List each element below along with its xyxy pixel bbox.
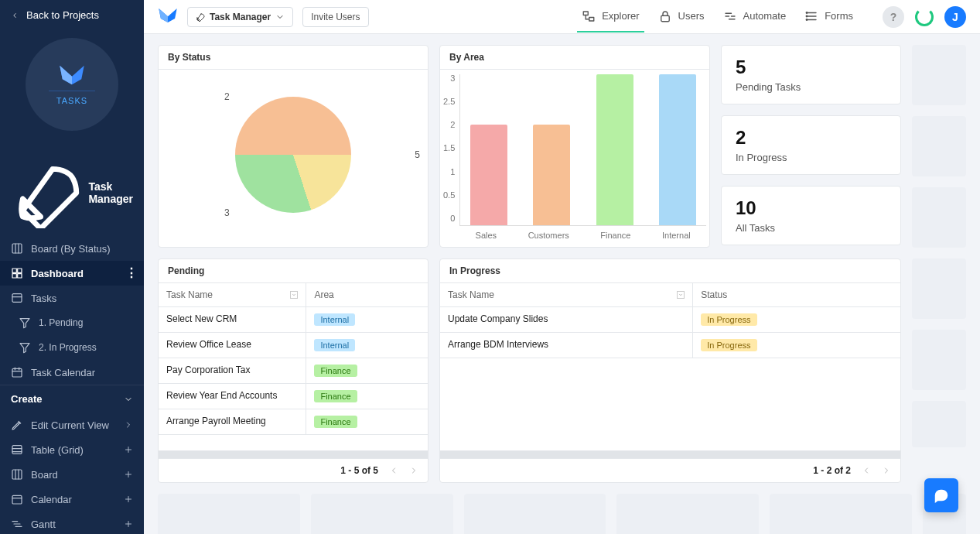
col-header[interactable]: Status xyxy=(693,283,900,306)
svg-rect-41 xyxy=(589,17,594,21)
sidebar-item-label: Task Calendar xyxy=(31,367,95,378)
table-row[interactable]: Pay Corporation TaxFinance xyxy=(159,358,428,384)
nav-users[interactable]: Users xyxy=(654,2,709,33)
horizontal-scrollbar[interactable] xyxy=(159,450,428,458)
area-tag: Internal xyxy=(314,313,355,326)
card-by-status: By Status 5 2 3 xyxy=(158,45,429,248)
fox-logo-icon xyxy=(158,7,178,24)
svg-rect-7 xyxy=(12,294,22,303)
bar-internal[interactable] xyxy=(659,74,696,225)
table-row[interactable]: Review Year End AccountsFinance xyxy=(159,384,428,409)
dashboard-icon xyxy=(11,267,23,279)
workspace-selector[interactable]: Task Manager xyxy=(187,7,293,27)
help-button[interactable]: ? xyxy=(883,6,904,28)
table-head: Task Name Status xyxy=(440,283,900,307)
cell-name: Review Office Lease xyxy=(159,333,306,358)
table-row[interactable]: Review Office LeaseInternal xyxy=(159,333,428,358)
sidebar-item-board[interactable]: Board (By Status) xyxy=(0,236,144,261)
chevron-right-icon[interactable] xyxy=(409,466,418,475)
col-header[interactable]: Task Name xyxy=(440,283,693,306)
svg-rect-25 xyxy=(12,496,22,505)
side-placeholders xyxy=(912,45,966,248)
chevron-down-icon[interactable] xyxy=(677,291,685,299)
create-table[interactable]: Table (Grid) xyxy=(0,437,144,462)
placeholder xyxy=(912,258,966,319)
chevron-left-icon[interactable] xyxy=(862,466,871,475)
placeholder xyxy=(311,494,453,534)
cell-status: In Progress xyxy=(693,333,900,358)
cell-name: Select New CRM xyxy=(159,307,306,332)
create-gantt[interactable]: Gantt xyxy=(0,512,144,534)
chat-fab[interactable] xyxy=(924,478,958,512)
chevron-right-icon xyxy=(124,420,133,430)
sidebar-create-header[interactable]: Create xyxy=(0,385,144,412)
svg-rect-4 xyxy=(18,269,22,272)
nav-forms[interactable]: Forms xyxy=(800,2,858,33)
stat-pending[interactable]: 5 Pending Tasks xyxy=(721,45,901,104)
stats-column: 5 Pending Tasks 2 In Progress 10 All Tas… xyxy=(721,45,901,248)
pie-label-b: 2 xyxy=(224,91,230,102)
nav-label: Users xyxy=(678,10,705,22)
svg-rect-0 xyxy=(12,244,22,253)
back-to-projects[interactable]: Back to Projects xyxy=(0,0,144,30)
create-calendar[interactable]: Calendar xyxy=(0,487,144,512)
stat-label: In Progress xyxy=(736,152,886,163)
create-board[interactable]: Board xyxy=(0,462,144,487)
invite-users-button[interactable]: Invite Users xyxy=(302,7,368,27)
create-label: Edit Current View xyxy=(31,419,109,431)
sidebar: Back to Projects TASKS Task Manager Boar… xyxy=(0,0,144,534)
table-row[interactable]: Arrange BDM InterviewsIn Progress xyxy=(440,333,900,358)
cell-name: Review Year End Accounts xyxy=(159,384,306,409)
bar-y-axis: 32.521.510.50 xyxy=(443,74,459,240)
cell-area: Finance xyxy=(306,358,428,383)
bar-customers[interactable] xyxy=(533,125,570,225)
create-edit-view[interactable]: Edit Current View xyxy=(0,412,144,437)
chevron-down-icon xyxy=(124,395,133,404)
calendar-icon xyxy=(11,366,23,378)
bar-chart[interactable]: 32.521.510.50 SalesCustomersFinanceInter… xyxy=(440,70,709,240)
nav-explorer[interactable]: Explorer xyxy=(577,2,644,33)
placeholder xyxy=(912,45,966,105)
plus-icon xyxy=(124,445,133,454)
svg-rect-11 xyxy=(12,369,22,378)
nav-label: Explorer xyxy=(602,10,639,22)
col-header[interactable]: Area xyxy=(306,283,428,306)
user-avatar[interactable]: J xyxy=(944,6,966,28)
chevron-down-icon[interactable] xyxy=(290,291,298,299)
sidebar-item-dashboard[interactable]: Dashboard ⋮ xyxy=(0,261,144,286)
nav-automate[interactable]: Automate xyxy=(719,2,791,33)
sidebar-item-inprogress[interactable]: 2. In Progress xyxy=(0,335,144,360)
chevron-left-icon[interactable] xyxy=(389,466,398,475)
svg-rect-15 xyxy=(12,446,22,454)
board-icon xyxy=(11,242,23,255)
pie-visual xyxy=(235,97,351,213)
sync-spinner-icon[interactable] xyxy=(915,8,934,26)
create-label: Create xyxy=(11,393,42,405)
sidebar-app-title: Task Manager xyxy=(0,149,144,236)
chevron-right-icon[interactable] xyxy=(882,466,891,475)
bar-sales[interactable] xyxy=(470,125,507,225)
col-header[interactable]: Task Name xyxy=(159,283,306,306)
gantt-icon xyxy=(11,518,23,530)
area-tag: Finance xyxy=(314,365,357,377)
col-label: Area xyxy=(314,289,333,300)
table-row[interactable]: Select New CRMInternal xyxy=(159,307,428,333)
cell-name: Pay Corporation Tax xyxy=(159,358,306,383)
sidebar-item-tasks[interactable]: Tasks xyxy=(0,286,144,310)
placeholder xyxy=(616,494,759,534)
sidebar-item-calendar[interactable]: Task Calendar xyxy=(0,360,144,385)
workspace-circle[interactable]: TASKS xyxy=(26,38,118,131)
table-row[interactable]: Arrange Payroll MeetingFinance xyxy=(159,409,428,435)
placeholder xyxy=(912,187,966,248)
pager-text: 1 - 2 of 2 xyxy=(813,465,851,476)
bar-finance[interactable] xyxy=(596,74,633,225)
stat-all[interactable]: 10 All Tasks xyxy=(721,186,901,245)
pie-chart[interactable]: 5 2 3 xyxy=(159,70,428,240)
create-label: Calendar xyxy=(31,494,72,505)
table-row[interactable]: Update Company SlidesIn Progress xyxy=(440,307,900,333)
horizontal-scrollbar[interactable] xyxy=(440,450,900,458)
brand-logo[interactable] xyxy=(158,7,178,26)
cell-area: Internal xyxy=(306,333,428,358)
sidebar-item-pending[interactable]: 1. Pending xyxy=(0,310,144,335)
stat-inprogress[interactable]: 2 In Progress xyxy=(721,115,901,175)
